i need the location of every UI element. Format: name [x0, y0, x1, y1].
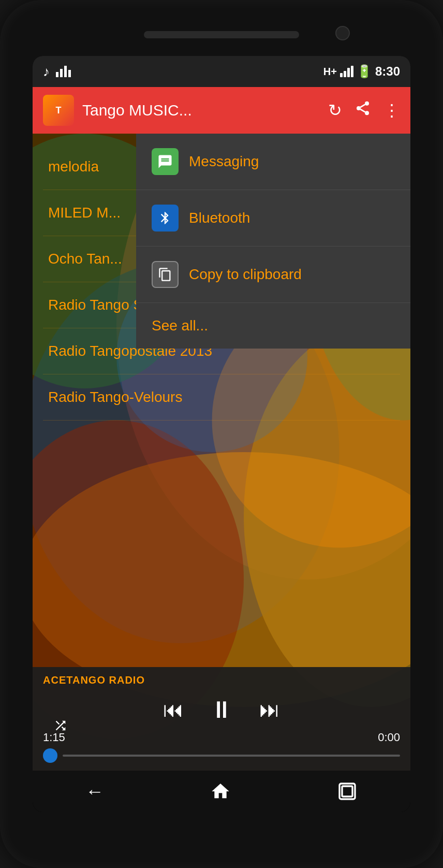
svg-line-4 — [360, 105, 365, 107]
progress-track — [63, 755, 400, 757]
station-name-label: ACETANGO RADIO — [43, 674, 400, 686]
share-messaging-item[interactable]: Messaging — [136, 134, 410, 190]
pause-button[interactable]: ⏸ — [210, 696, 233, 724]
status-right-area: H+ 🔋 8:30 — [323, 64, 400, 79]
svg-rect-16 — [342, 786, 352, 797]
app-bar-actions: ↻ ⋮ — [328, 100, 400, 121]
svg-point-1 — [357, 106, 361, 110]
player-times: 1:15 0:00 — [43, 731, 400, 744]
see-all-item[interactable]: See all... — [136, 303, 410, 349]
battery-icon: 🔋 — [357, 64, 372, 79]
phone-frame: ♪ H+ 🔋 8:30 — [0, 0, 443, 868]
content-area: melodia MILED M... Ocho Tan... Radio Tan… — [33, 134, 410, 771]
recents-button[interactable] — [337, 781, 358, 802]
share-button[interactable] — [355, 100, 371, 121]
phone-camera — [335, 26, 350, 40]
share-bluetooth-item[interactable]: Bluetooth — [136, 190, 410, 247]
list-item[interactable]: Radio Tango-Velours — [43, 374, 400, 421]
share-clipboard-item[interactable]: Copy to clipboard — [136, 247, 410, 303]
clock-display: 8:30 — [375, 64, 400, 79]
share-menu-overlay: Messaging Bluetooth — [136, 134, 410, 349]
player-bar: ACETANGO RADIO ⏮ ⏸ ⏭ 1:15 0:00 — [33, 667, 410, 771]
bluetooth-label: Bluetooth — [189, 210, 250, 226]
progress-handle[interactable] — [43, 748, 57, 763]
next-button[interactable]: ⏭ — [259, 698, 280, 721]
music-status-icon: ♪ — [43, 64, 50, 80]
copy-to-clipboard-label: Copy to clipboard — [189, 266, 302, 283]
home-button[interactable] — [210, 781, 231, 802]
equalizer-icon — [56, 66, 71, 77]
app-title: Tango MUSIC... — [82, 102, 320, 119]
status-bar: ♪ H+ 🔋 8:30 — [33, 56, 410, 87]
shuffle-button[interactable] — [53, 718, 68, 736]
svg-line-3 — [360, 109, 365, 112]
more-options-button[interactable]: ⋮ — [383, 100, 400, 120]
messaging-label: Messaging — [189, 153, 259, 170]
progress-bar[interactable] — [43, 748, 400, 763]
network-type-label: H+ — [323, 66, 337, 78]
clipboard-icon — [152, 261, 179, 288]
status-left-icons: ♪ — [43, 64, 71, 80]
svg-point-2 — [365, 111, 369, 115]
app-bar: T Tango MUSIC... ↻ ⋮ — [33, 87, 410, 134]
signal-strength-icon — [340, 66, 353, 77]
back-button[interactable]: ← — [85, 780, 104, 802]
time-remaining: 0:00 — [378, 731, 400, 744]
phone-screen: ♪ H+ 🔋 8:30 — [33, 56, 410, 812]
player-controls: ⏮ ⏸ ⏭ — [163, 696, 280, 724]
refresh-button[interactable]: ↻ — [328, 100, 342, 120]
see-all-label: See all... — [152, 317, 208, 334]
svg-point-0 — [365, 102, 369, 106]
app-logo: T — [43, 95, 74, 126]
phone-speaker — [144, 31, 299, 38]
previous-button[interactable]: ⏮ — [163, 698, 184, 721]
bluetooth-icon — [152, 205, 179, 232]
messaging-icon — [152, 148, 179, 175]
navigation-bar: ← — [33, 771, 410, 812]
